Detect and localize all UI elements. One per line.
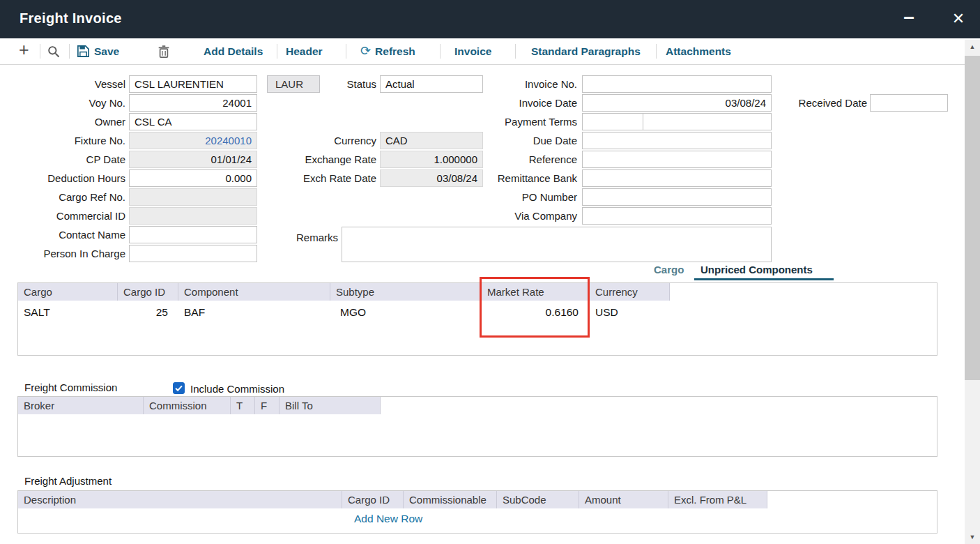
scrollbar-thumb[interactable] — [965, 56, 980, 380]
search-icon[interactable] — [47, 45, 60, 61]
column-header-f[interactable]: F — [255, 397, 280, 414]
column-header-description[interactable]: Description — [18, 491, 342, 508]
attachments-button[interactable]: Attachments — [666, 38, 731, 64]
via-company-input[interactable] — [582, 207, 772, 225]
column-header-broker[interactable]: Broker — [18, 397, 144, 414]
column-header-bill-to[interactable]: Bill To — [280, 397, 381, 414]
vessel-label: Vessel — [0, 75, 125, 93]
refresh-icon: ⟳ — [360, 44, 371, 58]
add-new-row-link[interactable]: Add New Row — [354, 513, 422, 525]
cargo-ref-no-input — [129, 188, 257, 206]
column-header-excl-from-pl[interactable]: Excl. From P&L — [668, 491, 767, 508]
column-header-market-rate[interactable]: Market Rate — [482, 283, 590, 301]
commercial-id-label: Commercial ID — [0, 207, 125, 225]
cell-cargo-id[interactable]: 25 — [118, 305, 174, 319]
cell-currency[interactable]: USD — [595, 305, 618, 319]
cell-market-rate[interactable]: 0.6160 — [482, 305, 584, 319]
voy-no-label: Voy No. — [0, 94, 125, 112]
remarks-label: Remarks — [199, 229, 338, 246]
freight-adjustment-grid: Description Cargo ID Commissionable SubC… — [17, 490, 937, 534]
add-new-icon[interactable]: + — [19, 40, 29, 60]
save-icon — [77, 45, 94, 57]
toolbar: + Save Add Details Header ⟳Refresh Invoi… — [0, 38, 965, 65]
active-tab-underline — [694, 278, 834, 280]
toolbar-divider — [277, 44, 277, 59]
column-header-currency[interactable]: Currency — [590, 283, 670, 301]
vertical-scrollbar[interactable]: ▲ ▼ — [965, 40, 980, 544]
include-commission-checkbox[interactable] — [173, 382, 185, 394]
tab-unpriced-components[interactable]: Unpriced Components — [700, 264, 813, 275]
invoice-no-label: Invoice No. — [438, 75, 577, 93]
column-header-subtype[interactable]: Subtype — [330, 283, 482, 301]
deduction-hours-label: Deduction Hours — [0, 169, 125, 187]
minimize-icon[interactable]: – — [896, 6, 921, 31]
invoice-no-input[interactable] — [582, 75, 772, 93]
column-header-amount[interactable]: Amount — [579, 491, 668, 508]
header-button[interactable]: Header — [286, 38, 323, 64]
column-header-t[interactable]: T — [231, 397, 255, 414]
invoice-button[interactable]: Invoice — [454, 38, 491, 64]
toolbar-divider — [346, 44, 346, 59]
due-date-input[interactable] — [582, 132, 772, 149]
freight-commission-title: Freight Commission — [24, 381, 117, 393]
tab-cargo[interactable]: Cargo — [654, 264, 684, 275]
exch-rate-date-label: Exch Rate Date — [237, 169, 376, 187]
cell-component[interactable]: BAF — [184, 305, 205, 319]
po-number-input[interactable] — [582, 188, 772, 206]
column-header-component[interactable]: Component — [178, 283, 330, 301]
column-header-subcode[interactable]: SubCode — [497, 491, 579, 508]
exchange-rate-label: Exchange Rate — [237, 151, 376, 168]
received-date-input[interactable] — [870, 94, 948, 112]
voy-no-input[interactable] — [129, 94, 257, 112]
payment-terms-input-2[interactable] — [643, 113, 772, 130]
cell-subtype[interactable]: MGO — [340, 305, 366, 319]
unpriced-components-grid: Cargo Cargo ID Component Subtype Market … — [17, 282, 937, 356]
received-date-label: Received Date — [728, 94, 867, 112]
payment-terms-label: Payment Terms — [438, 113, 577, 130]
toolbar-divider — [515, 44, 516, 59]
save-button[interactable]: Save — [77, 38, 119, 64]
refresh-label: Refresh — [375, 45, 415, 57]
po-number-label: PO Number — [438, 188, 577, 206]
currency-label: Currency — [237, 132, 376, 149]
via-company-label: Via Company — [438, 207, 577, 225]
close-icon[interactable]: ✕ — [945, 8, 972, 33]
person-in-charge-input[interactable] — [129, 245, 257, 262]
contact-name-label: Contact Name — [0, 226, 125, 243]
window-titlebar: Freight Invoice – ✕ — [0, 0, 980, 38]
column-header-cargo[interactable]: Cargo — [18, 283, 118, 301]
column-header-cargo-id[interactable]: Cargo ID — [118, 283, 178, 301]
delete-trash-icon[interactable] — [158, 45, 169, 61]
standard-paragraphs-button[interactable]: Standard Paragraphs — [531, 38, 641, 64]
due-date-label: Due Date — [438, 132, 577, 149]
column-header-commissionable[interactable]: Commissionable — [404, 491, 497, 508]
commercial-id-input — [129, 207, 257, 225]
reference-label: Reference — [438, 151, 577, 168]
cell-cargo[interactable]: SALT — [24, 305, 50, 319]
scroll-down-icon[interactable]: ▼ — [965, 530, 980, 544]
remittance-bank-input[interactable] — [582, 169, 772, 187]
freight-invoice-window: Freight Invoice – ✕ + Save Add Details H… — [0, 0, 980, 544]
status-label: Status — [237, 75, 376, 93]
fixture-no-label: Fixture No. — [0, 132, 125, 149]
include-commission-label: Include Commission — [190, 383, 284, 395]
toolbar-divider — [440, 44, 441, 59]
owner-input[interactable] — [129, 113, 257, 130]
add-details-button[interactable]: Add Details — [204, 38, 263, 64]
toolbar-divider — [69, 44, 70, 59]
column-header-commission[interactable]: Commission — [144, 397, 231, 414]
refresh-button[interactable]: ⟳Refresh — [360, 38, 415, 64]
cp-date-label: CP Date — [0, 151, 125, 168]
freight-adjustment-title: Freight Adjustment — [24, 475, 112, 487]
reference-input[interactable] — [582, 151, 772, 168]
payment-terms-input[interactable] — [582, 113, 643, 130]
owner-label: Owner — [0, 113, 125, 130]
remarks-textarea[interactable] — [342, 227, 772, 262]
checkmark-icon — [174, 383, 184, 393]
person-in-charge-label: Person In Charge — [0, 245, 125, 262]
column-header-adj-cargo-id[interactable]: Cargo ID — [342, 491, 404, 508]
invoice-date-label: Invoice Date — [438, 94, 577, 112]
freight-commission-grid: Broker Commission T F Bill To — [17, 396, 937, 457]
toolbar-divider — [40, 44, 40, 59]
scroll-up-icon[interactable]: ▲ — [965, 40, 980, 54]
